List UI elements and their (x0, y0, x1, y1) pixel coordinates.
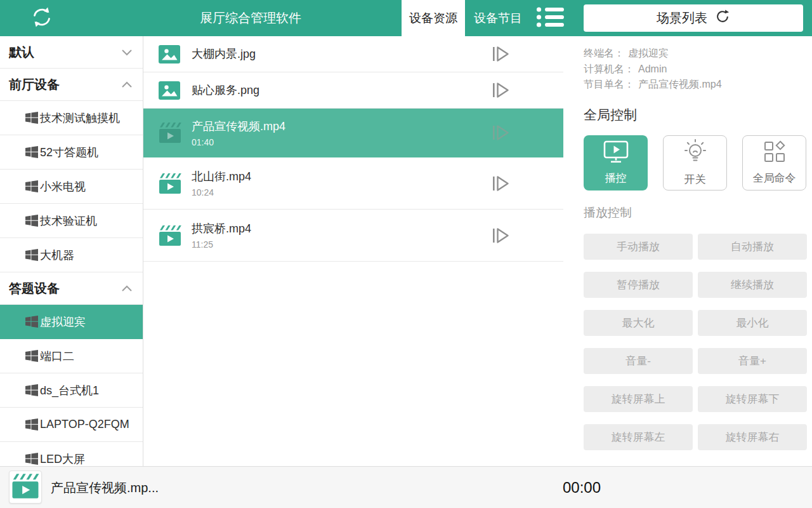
file-name: 贴心服务.png (192, 83, 259, 98)
light-bulb-icon (683, 138, 708, 168)
file-row[interactable]: 拱宸桥.mp411:25 (143, 210, 563, 262)
windows-device-icon (25, 112, 38, 124)
sidebar-device-item[interactable]: 52寸答题机 (0, 135, 143, 170)
video-clapperboard-icon (159, 225, 181, 246)
sidebar-device-item[interactable]: 大机器 (0, 238, 143, 272)
play-file-button[interactable] (491, 81, 510, 99)
windows-device-icon (25, 418, 38, 431)
playback-command-button[interactable]: 音量+ (698, 348, 807, 374)
command-grid-icon (763, 140, 787, 166)
bullet-list-icon (536, 6, 565, 30)
play-outline-icon (491, 124, 510, 142)
image-file-icon (159, 81, 180, 100)
playback-command-button[interactable]: 音量- (584, 348, 693, 374)
windows-device-icon (25, 215, 38, 227)
image-file-icon (159, 45, 180, 64)
terminal-name-line: 终端名：虚拟迎宾 (584, 46, 812, 62)
playback-command-button[interactable]: 继续播放 (698, 272, 807, 298)
app-title: 展厅综合管理软件 (200, 0, 301, 36)
file-duration: 11:25 (192, 239, 251, 250)
top-bar: 展厅综合管理软件 设备资源 设备节目 场景列表 (0, 0, 812, 36)
video-clapperboard-icon (11, 473, 39, 502)
play-file-button[interactable] (491, 175, 510, 192)
play-outline-icon (491, 227, 510, 244)
file-name: 大棚内景.jpg (192, 46, 256, 62)
list-menu-button[interactable] (536, 8, 565, 29)
current-time: 00:00 (562, 467, 601, 508)
now-playing-thumbnail (9, 471, 42, 504)
sidebar-group-header[interactable]: 前厅设备 (0, 69, 143, 101)
app-window: 展厅综合管理软件 设备资源 设备节目 场景列表 (0, 0, 812, 508)
tab-device-programs[interactable]: 设备节目 (465, 0, 531, 36)
playback-command-button[interactable]: 自动播放 (698, 234, 807, 260)
player-bar: 产品宣传视频.mp... 00:00 (0, 466, 812, 508)
file-duration: 01:40 (192, 137, 285, 147)
play-outline-icon (491, 175, 510, 192)
sync-icon (30, 6, 54, 31)
chevron-up-icon (121, 285, 133, 292)
file-row[interactable]: 大棚内景.jpg (143, 36, 563, 72)
play-control-mode-button[interactable]: 播控 (584, 135, 648, 190)
sidebar-device-item[interactable]: 虚拟迎宾 (0, 305, 143, 339)
playlist-name-line: 节目单名：产品宣传视频.mp4 (584, 77, 812, 93)
play-outline-icon (491, 45, 510, 63)
play-file-button[interactable] (491, 45, 510, 63)
playback-command-button[interactable]: 旋转屏幕右 (698, 424, 807, 450)
file-duration: 10:24 (192, 187, 251, 197)
sync-button[interactable] (29, 6, 55, 30)
windows-device-icon (25, 350, 38, 362)
playback-command-button[interactable]: 旋转屏幕左 (584, 424, 693, 450)
global-command-button[interactable]: 全局命令 (742, 135, 806, 190)
control-panel: 终端名：虚拟迎宾 计算机名：Admin 节目单名：产品宣传视频.mp4 全局控制 (564, 36, 812, 466)
sidebar-group-header[interactable]: 答题设备 (0, 272, 143, 305)
playback-command-button[interactable]: 旋转屏幕下 (698, 386, 807, 412)
now-playing-name: 产品宣传视频.mp... (51, 467, 159, 508)
play-file-button[interactable] (491, 124, 510, 142)
refresh-icon (715, 9, 730, 27)
sidebar-device-item[interactable]: LAPTOP-Q2FQM (0, 408, 143, 442)
playback-command-button[interactable]: 最大化 (584, 310, 693, 336)
playback-command-button[interactable]: 暂停播放 (584, 272, 693, 298)
sidebar-device-item[interactable]: 技术测试触摸机 (0, 101, 143, 135)
play-file-button[interactable] (491, 227, 510, 244)
computer-name-line: 计算机名：Admin (584, 62, 812, 77)
windows-device-icon (25, 180, 38, 192)
playback-control-title: 播放控制 (584, 204, 812, 221)
windows-device-icon (25, 249, 38, 261)
playback-command-button[interactable]: 手动播放 (584, 234, 693, 260)
sidebar-device-item[interactable]: LED大屏 (0, 442, 143, 466)
video-clapperboard-icon (159, 173, 181, 194)
file-list: 大棚内景.jpg贴心服务.png产品宣传视频.mp401:40北山街.mp410… (143, 36, 563, 466)
scene-list-button[interactable]: 场景列表 (584, 4, 803, 32)
sidebar-device-item[interactable]: 端口二 (0, 339, 143, 373)
chevron-down-icon (121, 49, 133, 56)
windows-device-icon (25, 146, 38, 158)
file-name: 北山街.mp4 (192, 169, 251, 184)
file-name: 拱宸桥.mp4 (192, 221, 251, 236)
video-clapperboard-icon (159, 122, 181, 144)
file-row[interactable]: 贴心服务.png (143, 72, 563, 109)
video-clapperboard-icon (11, 473, 39, 499)
file-name: 产品宣传视频.mp4 (192, 119, 285, 134)
sidebar-device-item[interactable]: ds_台式机1 (0, 373, 143, 408)
playback-command-button[interactable]: 最小化 (698, 310, 807, 336)
windows-device-icon (25, 316, 38, 328)
monitor-play-icon (603, 140, 629, 166)
tab-device-resources[interactable]: 设备资源 (402, 0, 465, 36)
playback-command-button[interactable]: 旋转屏幕上 (584, 386, 693, 412)
global-control-title: 全局控制 (584, 106, 812, 124)
file-row[interactable]: 产品宣传视频.mp401:40 (143, 109, 563, 157)
global-control-buttons: 播控 开关 (584, 135, 812, 190)
file-row[interactable]: 北山街.mp410:24 (143, 157, 563, 210)
power-switch-button[interactable]: 开关 (663, 135, 727, 190)
windows-device-icon (25, 384, 38, 396)
sidebar-device-item[interactable]: 技术验证机 (0, 204, 143, 238)
sidebar-device-item[interactable]: 小米电视 (0, 170, 143, 204)
playback-control-buttons: 手动播放自动播放暂停播放继续播放最大化最小化音量-音量+旋转屏幕上旋转屏幕下旋转… (584, 234, 812, 450)
sidebar-group-header[interactable]: 默认 (0, 36, 143, 69)
chevron-up-icon (121, 81, 133, 88)
play-outline-icon (491, 81, 510, 99)
device-tree-sidebar: 默认前厅设备技术测试触摸机52寸答题机小米电视技术验证机大机器答题设备虚拟迎宾端… (0, 36, 143, 466)
windows-device-icon (25, 453, 38, 465)
